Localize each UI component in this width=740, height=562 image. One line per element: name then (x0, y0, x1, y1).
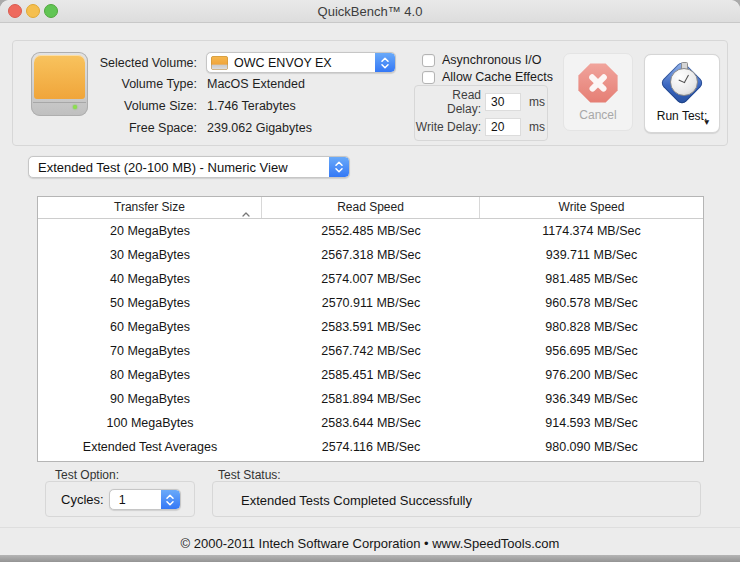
sort-ascending-icon (241, 204, 251, 225)
cell-transfer-size: 20 MegaBytes (38, 219, 262, 243)
cell-write-speed: 936.349 MB/Sec (480, 387, 703, 411)
cell-write-speed: 980.828 MB/Sec (480, 315, 703, 339)
window-title: QuickBench™ 4.0 (0, 0, 740, 22)
cell-read-speed: 2574.116 MB/Sec (262, 435, 480, 459)
cell-transfer-size: 70 MegaBytes (38, 339, 262, 363)
free-space-label: Free Space: (13, 121, 197, 135)
cell-write-speed: 981.485 MB/Sec (480, 267, 703, 291)
table-row[interactable]: 70 MegaBytes 2567.742 MB/Sec 956.695 MB/… (38, 339, 703, 363)
cell-write-speed: 980.090 MB/Sec (480, 435, 703, 459)
cancel-button-label: Cancel (564, 108, 632, 122)
test-type-value: Extended Test (20-100 MB) - Numeric View (38, 160, 329, 175)
write-delay-unit: ms (529, 120, 545, 134)
mini-drive-icon (211, 56, 228, 70)
popup-stepper-icon (329, 157, 349, 177)
cycles-label: Cycles: (61, 492, 104, 507)
cell-read-speed: 2570.911 MB/Sec (262, 291, 480, 315)
cycles-value: 1 (110, 490, 161, 509)
cell-transfer-size: Extended Test Averages (38, 435, 262, 459)
table-row[interactable]: 40 MegaBytes 2574.007 MB/Sec 981.485 MB/… (38, 267, 703, 291)
async-io-checkbox-row: Asynchronous I/O (422, 53, 541, 67)
cell-transfer-size: 60 MegaBytes (38, 315, 262, 339)
cell-write-speed: 939.711 MB/Sec (480, 243, 703, 267)
table-row[interactable]: 80 MegaBytes 2585.451 MB/Sec 976.200 MB/… (38, 363, 703, 387)
cell-write-speed: 914.593 MB/Sec (480, 411, 703, 435)
app-window: QuickBench™ 4.0 Selected Volume: OWC ENV… (0, 0, 740, 562)
run-test-dropdown-arrow-icon: ▼ (703, 117, 711, 127)
test-option-title: Test Option: (55, 468, 119, 482)
selected-volume-popup[interactable]: OWC ENVOY EX (206, 52, 396, 73)
read-delay-unit: ms (529, 95, 545, 109)
footer-text: © 2000-2011 Intech Software Corporation … (0, 536, 740, 551)
cell-read-speed: 2583.644 MB/Sec (262, 411, 480, 435)
cell-read-speed: 2567.742 MB/Sec (262, 339, 480, 363)
cell-read-speed: 2583.591 MB/Sec (262, 315, 480, 339)
cell-transfer-size: 30 MegaBytes (38, 243, 262, 267)
cell-write-speed: 1174.374 MB/Sec (480, 219, 703, 243)
test-status-message: Extended Tests Completed Successfully (241, 482, 472, 518)
cell-transfer-size: 90 MegaBytes (38, 387, 262, 411)
table-row[interactable]: 20 MegaBytes 2552.485 MB/Sec 1174.374 MB… (38, 219, 703, 243)
window-bottom-edge (0, 555, 740, 562)
cache-effects-label: Allow Cache Effects (442, 70, 553, 84)
column-header-read-speed[interactable]: Read Speed (262, 197, 480, 218)
cell-read-speed: 2585.451 MB/Sec (262, 363, 480, 387)
cell-read-speed: 2567.318 MB/Sec (262, 243, 480, 267)
volume-section: Selected Volume: OWC ENVOY EX Volume Typ… (12, 40, 728, 146)
title-bar[interactable]: QuickBench™ 4.0 (0, 0, 740, 23)
table-body: 20 MegaBytes 2552.485 MB/Sec 1174.374 MB… (38, 219, 703, 459)
test-option-groupbox: Cycles: 1 (45, 481, 195, 517)
table-row[interactable]: 100 MegaBytes 2583.644 MB/Sec 914.593 MB… (38, 411, 703, 435)
test-type-popup[interactable]: Extended Test (20-100 MB) - Numeric View (28, 156, 350, 178)
test-status-title: Test Status: (218, 468, 281, 482)
cache-effects-checkbox-row: Allow Cache Effects (422, 70, 553, 84)
table-header: Transfer Size Read Speed Write Speed (38, 197, 703, 219)
selected-volume-value: OWC ENVOY EX (234, 56, 375, 70)
cancel-button[interactable]: Cancel (563, 53, 633, 131)
cycles-stepper[interactable]: 1 (109, 489, 181, 510)
table-row[interactable]: Extended Test Averages 2574.116 MB/Sec 9… (38, 435, 703, 459)
table-row[interactable]: 30 MegaBytes 2567.318 MB/Sec 939.711 MB/… (38, 243, 703, 267)
stopwatch-icon (656, 57, 708, 109)
read-delay-field[interactable]: 30 (485, 93, 521, 111)
column-header-transfer-size[interactable]: Transfer Size (38, 197, 262, 218)
stop-icon (578, 63, 618, 103)
table-row[interactable]: 50 MegaBytes 2570.911 MB/Sec 960.578 MB/… (38, 291, 703, 315)
stepper-icon (161, 490, 180, 509)
volume-type-value: MacOS Extended (207, 77, 305, 91)
free-space-value: 239.062 Gigabytes (207, 121, 312, 135)
read-delay-label: Read Delay: (415, 88, 481, 116)
cell-write-speed: 976.200 MB/Sec (480, 363, 703, 387)
table-row[interactable]: 90 MegaBytes 2581.894 MB/Sec 936.349 MB/… (38, 387, 703, 411)
write-delay-field[interactable]: 20 (485, 118, 521, 136)
volume-size-label: Volume Size: (13, 99, 197, 113)
cell-write-speed: 956.695 MB/Sec (480, 339, 703, 363)
cell-transfer-size: 50 MegaBytes (38, 291, 262, 315)
footer-divider (0, 527, 740, 528)
cell-read-speed: 2581.894 MB/Sec (262, 387, 480, 411)
popup-stepper-icon (375, 53, 395, 72)
cell-transfer-size: 80 MegaBytes (38, 363, 262, 387)
write-delay-label: Write Delay: (415, 120, 481, 134)
async-io-checkbox[interactable] (422, 54, 435, 67)
test-status-groupbox: Extended Tests Completed Successfully (212, 481, 701, 517)
table-row[interactable]: 60 MegaBytes 2583.591 MB/Sec 980.828 MB/… (38, 315, 703, 339)
async-io-label: Asynchronous I/O (442, 53, 541, 67)
delay-groupbox: Read Delay: 30 ms Write Delay: 20 ms (414, 85, 548, 141)
cell-transfer-size: 40 MegaBytes (38, 267, 262, 291)
column-header-write-speed[interactable]: Write Speed (480, 197, 703, 218)
results-table: Transfer Size Read Speed Write Speed 20 … (37, 196, 704, 462)
cell-write-speed: 960.578 MB/Sec (480, 291, 703, 315)
selected-volume-label: Selected Volume: (13, 56, 197, 70)
volume-size-value: 1.746 Terabytes (207, 99, 296, 113)
cell-transfer-size: 100 MegaBytes (38, 411, 262, 435)
cell-read-speed: 2574.007 MB/Sec (262, 267, 480, 291)
cache-effects-checkbox[interactable] (422, 71, 435, 84)
cell-read-speed: 2552.485 MB/Sec (262, 219, 480, 243)
run-test-button[interactable]: Run Test: ▼ (644, 54, 720, 133)
volume-type-label: Volume Type: (13, 77, 197, 91)
